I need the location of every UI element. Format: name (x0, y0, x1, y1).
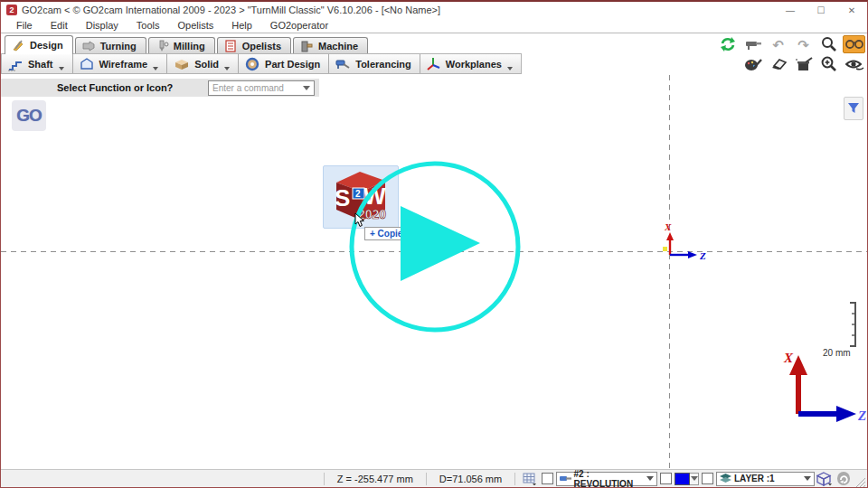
magic-bin-icon (794, 57, 814, 72)
mouse-cursor-icon (354, 213, 367, 228)
chevron-down-icon (646, 476, 654, 481)
tab-milling-label: Milling (174, 41, 205, 52)
grid-toggle-button[interactable] (523, 473, 537, 485)
toolgroup-shaft[interactable]: Shaft (2, 54, 73, 73)
quick-toolbar: ↶ ↷ (716, 35, 865, 73)
current-color-swatch[interactable] (675, 473, 690, 485)
tab-design[interactable]: Design (5, 35, 73, 54)
clean-up-button[interactable] (792, 55, 815, 73)
app-window: 2 GO2cam < © GO2cam International 2009 -… (0, 0, 868, 488)
toolgroup-tolerancing[interactable]: Tolerancing (329, 54, 420, 73)
reading-mode-button[interactable] (843, 35, 865, 53)
cad-canvas[interactable]: Select Function or Icon? Enter a command… (1, 75, 867, 469)
undo-button[interactable]: ↶ (767, 35, 789, 53)
toolgroup-wireframe[interactable]: Wireframe (73, 54, 168, 73)
close-button[interactable]: ✕ (836, 2, 867, 18)
layer-selector-combobox[interactable]: LAYER :1 (716, 472, 815, 486)
video-play-overlay[interactable] (347, 160, 524, 337)
menu-tools[interactable]: Tools (127, 20, 169, 31)
menu-display[interactable]: Display (77, 20, 127, 31)
filter-button[interactable] (844, 97, 863, 120)
geometry-selector-value: #2 : REVOLUTION (574, 469, 645, 488)
redo-button[interactable]: ↷ (792, 35, 815, 53)
divider (514, 473, 515, 485)
layers-icon (720, 474, 731, 483)
tab-machine[interactable]: Machine (293, 37, 368, 54)
geometry-visibility-checkbox[interactable] (542, 473, 553, 484)
layer-apply-checkbox[interactable] (702, 473, 713, 484)
glasses-icon (845, 39, 863, 50)
resize-grip[interactable] (856, 478, 865, 487)
maximize-button[interactable]: ☐ (806, 2, 836, 18)
go-assistant-button[interactable]: GO (12, 100, 46, 131)
eraser-icon (769, 58, 788, 70)
menu-file[interactable]: File (7, 20, 42, 31)
titlebar: 2 GO2cam < © GO2cam International 2009 -… (1, 2, 867, 18)
filter-funnel-icon (847, 102, 860, 115)
visibility-button[interactable] (843, 55, 865, 73)
undo-icon: ↶ (772, 38, 784, 52)
measure-button[interactable] (741, 35, 764, 53)
construction-axis-vertical (669, 75, 670, 469)
menu-opelists[interactable]: Opelists (168, 20, 222, 31)
divider (324, 473, 325, 485)
render-options-button[interactable] (741, 55, 764, 73)
chevron-down-icon (303, 86, 310, 90)
axis-z-label: Z (699, 250, 706, 261)
toolgroup-workplanes-label: Workplanes (446, 59, 502, 70)
opelists-icon (224, 40, 238, 52)
measure-icon (744, 37, 762, 52)
revolution-tool-icon (560, 474, 571, 483)
minimize-button[interactable]: — (775, 2, 806, 18)
axis-x-label: X (664, 221, 672, 232)
toolgroup-workplanes[interactable]: Workplanes (420, 54, 521, 73)
zoom-in-button[interactable] (817, 55, 840, 73)
toolgroup-wireframe-label: Wireframe (99, 59, 148, 70)
geometry-selector-combobox[interactable]: #2 : REVOLUTION (556, 472, 658, 486)
origin-axis-marker: X Z (641, 220, 713, 265)
scale-label: 20 mm (823, 348, 851, 358)
toolgroup-tolerancing-label: Tolerancing (355, 59, 411, 70)
part-design-icon (244, 57, 260, 71)
prompt-label: Select Function or Icon? (57, 82, 173, 93)
view-cube-button[interactable] (816, 472, 833, 486)
color-dropdown-button[interactable] (690, 473, 700, 485)
command-combobox[interactable]: Enter a command (208, 80, 315, 96)
layer-selector-value: LAYER :1 (734, 474, 775, 483)
regenerate-button[interactable] (716, 35, 739, 53)
turning-icon (82, 40, 96, 52)
toolgroup-solid-label: Solid (194, 59, 219, 70)
tab-milling[interactable]: Milling (148, 37, 215, 54)
window-controls: — ☐ ✕ (775, 2, 867, 18)
chevron-down-icon (59, 67, 64, 70)
palette-icon (744, 57, 762, 72)
statusbar: Z = -255.477 mm D=71.056 mm #2 : REVOLUT… (1, 469, 867, 487)
grid-icon (523, 473, 537, 485)
sync-button[interactable] (837, 472, 851, 485)
color-apply-checkbox[interactable] (660, 473, 672, 484)
toolgroup-part-design[interactable]: Part Design (239, 54, 329, 73)
axis-z-label: Z (857, 408, 866, 423)
menu-edit[interactable]: Edit (42, 20, 77, 31)
play-triangle-icon (401, 206, 480, 281)
menubar: File Edit Display Tools Opelists Help GO… (1, 18, 867, 33)
tab-turning[interactable]: Turning (75, 37, 146, 54)
chevron-down-icon (804, 476, 811, 481)
workplanes-icon (426, 57, 441, 71)
ribbon-toolbar: Shaft Wireframe Solid (1, 53, 522, 74)
z-coordinate-readout: Z = -255.477 mm (330, 474, 420, 484)
view-cube-icon (816, 472, 833, 486)
menu-help[interactable]: Help (222, 20, 261, 31)
divider (426, 473, 427, 485)
command-prompt-bar: Select Function or Icon? Enter a command (1, 79, 319, 97)
toolgroup-shaft-label: Shaft (28, 59, 53, 70)
window-title: GO2cam < © GO2cam International 2009 - 2… (22, 5, 440, 15)
eraser-button[interactable] (767, 55, 789, 73)
ribbon-tabs: Design Turning Milling (5, 35, 370, 54)
toolgroup-solid[interactable]: Solid (167, 54, 239, 73)
tab-opelists[interactable]: Opelists (217, 37, 291, 54)
menu-go2operator[interactable]: GO2operator (261, 20, 337, 31)
chevron-down-icon (153, 67, 158, 70)
scale-indicator: 20 mm (819, 299, 866, 359)
zoom-button[interactable] (817, 35, 840, 53)
